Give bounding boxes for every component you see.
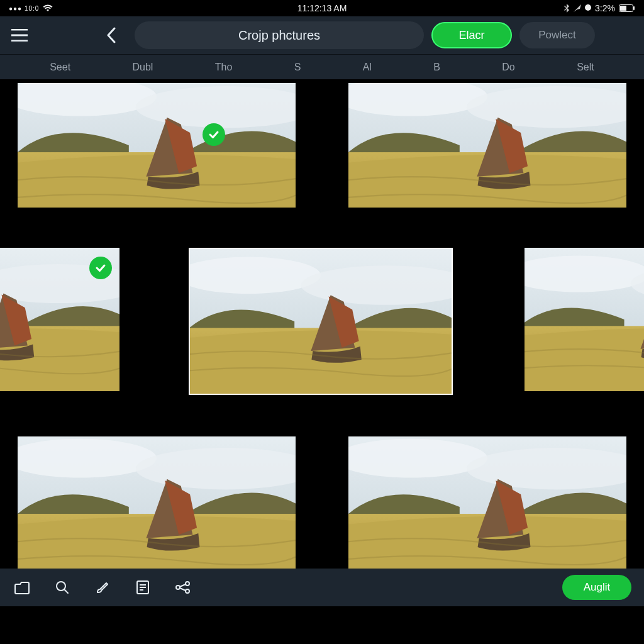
battery-pct: 3:2% xyxy=(595,3,615,13)
svg-point-11 xyxy=(186,582,189,586)
search-icon[interactable] xyxy=(53,578,72,597)
folder-icon[interactable] xyxy=(13,578,31,597)
tab-3[interactable]: S xyxy=(294,62,301,73)
location-icon xyxy=(585,4,591,12)
apply-button[interactable]: Auglit xyxy=(562,575,631,600)
thumbnail[interactable] xyxy=(189,248,453,395)
thumbnail[interactable] xyxy=(348,83,626,208)
bottom-toolbar: Auglit xyxy=(0,569,644,606)
tab-4[interactable]: Al xyxy=(363,62,372,73)
thumbnail[interactable] xyxy=(18,436,296,577)
checkmark-icon xyxy=(203,123,225,146)
tab-0[interactable]: Seet xyxy=(50,62,70,73)
thumbnail[interactable] xyxy=(18,83,296,208)
tab-5[interactable]: B xyxy=(433,62,440,73)
svg-point-12 xyxy=(186,589,189,593)
tab-bar: Seet Dubl Tho S Al B Do Selt xyxy=(0,54,644,79)
battery-icon xyxy=(619,4,635,12)
checkmark-icon xyxy=(89,257,112,279)
thumbnail-grid: Auglit xyxy=(0,79,644,606)
page-title: Crojp phctures xyxy=(135,21,424,49)
thumbnail[interactable] xyxy=(525,248,644,391)
svg-point-10 xyxy=(176,586,180,589)
status-clock: 11:12:13 AM xyxy=(297,3,347,13)
document-icon[interactable] xyxy=(133,578,152,597)
menu-icon[interactable] xyxy=(9,25,30,46)
bluetooth-icon xyxy=(564,4,570,13)
secondary-action-button[interactable]: Powlect xyxy=(519,22,595,48)
status-bar: ●●● 10:0 11:12:13 AM 3:2% xyxy=(0,0,644,16)
tab-1[interactable]: Dubl xyxy=(132,62,153,73)
svg-rect-7 xyxy=(620,6,626,11)
send-icon xyxy=(574,4,581,12)
brush-icon[interactable] xyxy=(93,578,112,597)
primary-action-button[interactable]: Elacr xyxy=(431,22,512,48)
svg-rect-6 xyxy=(633,6,635,10)
svg-point-4 xyxy=(586,5,591,10)
share-icon[interactable] xyxy=(174,578,192,597)
thumbnail[interactable] xyxy=(0,248,119,391)
signal-dots: ●●● 10:0 xyxy=(9,5,39,12)
tab-2[interactable]: Tho xyxy=(215,62,233,73)
back-button[interactable] xyxy=(101,25,122,46)
wifi-icon xyxy=(43,4,53,12)
app-bar: Crojp phctures Elacr Powlect xyxy=(0,16,644,54)
thumbnail[interactable] xyxy=(348,436,626,577)
tab-6[interactable]: Do xyxy=(502,62,514,73)
tab-7[interactable]: Selt xyxy=(577,62,594,73)
